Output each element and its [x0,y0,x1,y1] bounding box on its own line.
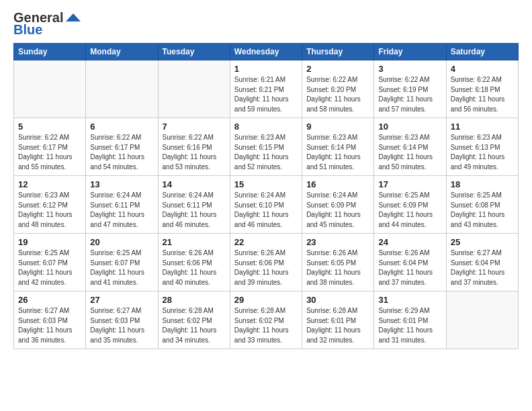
day-info: Sunrise: 6:23 AMSunset: 6:13 PMDaylight:… [451,133,514,172]
day-number: 7 [163,122,226,132]
logo: General Blue [13,11,81,36]
day-number: 13 [90,179,153,189]
calendar-header-monday: Monday [86,44,158,60]
day-info: Sunrise: 6:22 AMSunset: 6:20 PMDaylight:… [306,75,369,114]
day-number: 26 [18,295,81,305]
calendar-day-29: 29Sunrise: 6:28 AMSunset: 6:02 PMDayligh… [230,291,302,349]
day-info: Sunrise: 6:27 AMSunset: 6:03 PMDaylight:… [18,306,81,345]
day-info: Sunrise: 6:25 AMSunset: 6:08 PMDaylight:… [451,191,514,230]
logo-icon [66,12,81,23]
day-info: Sunrise: 6:24 AMSunset: 6:11 PMDaylight:… [90,191,153,230]
calendar-week-row: 1Sunrise: 6:21 AMSunset: 6:21 PMDaylight… [14,60,519,118]
calendar-header-thursday: Thursday [302,44,374,60]
calendar-header-saturday: Saturday [446,44,518,60]
day-info: Sunrise: 6:28 AMSunset: 6:02 PMDaylight:… [163,306,226,345]
calendar-day-25: 25Sunrise: 6:27 AMSunset: 6:04 PMDayligh… [446,234,518,291]
day-number: 23 [306,237,369,247]
calendar-header-wednesday: Wednesday [230,44,302,60]
calendar-day-3: 3Sunrise: 6:22 AMSunset: 6:19 PMDaylight… [374,60,446,118]
day-number: 29 [234,295,298,305]
day-info: Sunrise: 6:26 AMSunset: 6:06 PMDaylight:… [163,248,226,287]
day-info: Sunrise: 6:24 AMSunset: 6:11 PMDaylight:… [163,191,226,230]
day-number: 19 [18,237,81,247]
calendar-week-row: 26Sunrise: 6:27 AMSunset: 6:03 PMDayligh… [14,291,519,349]
day-number: 25 [451,237,514,247]
calendar-day-16: 16Sunrise: 6:24 AMSunset: 6:09 PMDayligh… [302,176,374,234]
calendar-day-6: 6Sunrise: 6:22 AMSunset: 6:17 PMDaylight… [86,118,158,176]
day-info: Sunrise: 6:22 AMSunset: 6:16 PMDaylight:… [163,133,226,172]
calendar-day-11: 11Sunrise: 6:23 AMSunset: 6:13 PMDayligh… [446,118,518,176]
day-info: Sunrise: 6:25 AMSunset: 6:09 PMDaylight:… [378,191,441,230]
calendar-day-20: 20Sunrise: 6:25 AMSunset: 6:07 PMDayligh… [86,234,158,291]
page: General Blue SundayMondayTuesdayWednesda… [0,0,532,411]
day-number: 9 [306,122,369,132]
day-info: Sunrise: 6:28 AMSunset: 6:01 PMDaylight:… [306,306,369,345]
day-info: Sunrise: 6:27 AMSunset: 6:03 PMDaylight:… [90,306,153,345]
day-number: 14 [163,179,226,189]
day-number: 12 [18,179,81,189]
calendar-day-12: 12Sunrise: 6:23 AMSunset: 6:12 PMDayligh… [14,176,86,234]
calendar-day-empty [14,60,86,118]
day-info: Sunrise: 6:22 AMSunset: 6:17 PMDaylight:… [90,133,153,172]
calendar-day-22: 22Sunrise: 6:26 AMSunset: 6:06 PMDayligh… [230,234,302,291]
day-number: 24 [378,237,441,247]
day-info: Sunrise: 6:22 AMSunset: 6:19 PMDaylight:… [378,75,441,114]
calendar-day-27: 27Sunrise: 6:27 AMSunset: 6:03 PMDayligh… [86,291,158,349]
calendar-day-1: 1Sunrise: 6:21 AMSunset: 6:21 PMDaylight… [230,60,302,118]
day-info: Sunrise: 6:26 AMSunset: 6:06 PMDaylight:… [234,248,298,287]
day-number: 1 [234,64,298,74]
day-number: 2 [306,64,369,74]
day-number: 5 [18,122,81,132]
day-number: 22 [234,237,298,247]
logo-blue: Blue [13,23,42,36]
day-info: Sunrise: 6:24 AMSunset: 6:10 PMDaylight:… [234,191,298,230]
calendar-header-tuesday: Tuesday [158,44,230,60]
calendar-day-26: 26Sunrise: 6:27 AMSunset: 6:03 PMDayligh… [14,291,86,349]
day-info: Sunrise: 6:22 AMSunset: 6:17 PMDaylight:… [18,133,81,172]
calendar-day-9: 9Sunrise: 6:23 AMSunset: 6:14 PMDaylight… [302,118,374,176]
day-number: 28 [163,295,226,305]
day-number: 18 [451,179,514,189]
day-number: 8 [234,122,298,132]
header: General Blue [13,11,519,36]
day-info: Sunrise: 6:26 AMSunset: 6:04 PMDaylight:… [378,248,441,287]
calendar-table: SundayMondayTuesdayWednesdayThursdayFrid… [13,43,519,349]
day-info: Sunrise: 6:25 AMSunset: 6:07 PMDaylight:… [90,248,153,287]
day-info: Sunrise: 6:26 AMSunset: 6:05 PMDaylight:… [306,248,369,287]
calendar-day-7: 7Sunrise: 6:22 AMSunset: 6:16 PMDaylight… [158,118,230,176]
calendar-day-14: 14Sunrise: 6:24 AMSunset: 6:11 PMDayligh… [158,176,230,234]
calendar-day-31: 31Sunrise: 6:29 AMSunset: 6:01 PMDayligh… [374,291,446,349]
calendar-day-8: 8Sunrise: 6:23 AMSunset: 6:15 PMDaylight… [230,118,302,176]
calendar-header-sunday: Sunday [14,44,86,60]
calendar-day-empty [446,291,518,349]
day-number: 31 [378,295,441,305]
calendar-day-18: 18Sunrise: 6:25 AMSunset: 6:08 PMDayligh… [446,176,518,234]
calendar-header-friday: Friday [374,44,446,60]
calendar-day-2: 2Sunrise: 6:22 AMSunset: 6:20 PMDaylight… [302,60,374,118]
day-info: Sunrise: 6:29 AMSunset: 6:01 PMDaylight:… [378,306,441,345]
day-number: 17 [378,179,441,189]
calendar-header-row: SundayMondayTuesdayWednesdayThursdayFrid… [14,44,519,60]
day-number: 30 [306,295,369,305]
calendar-day-28: 28Sunrise: 6:28 AMSunset: 6:02 PMDayligh… [158,291,230,349]
calendar-week-row: 19Sunrise: 6:25 AMSunset: 6:07 PMDayligh… [14,234,519,291]
calendar-week-row: 12Sunrise: 6:23 AMSunset: 6:12 PMDayligh… [14,176,519,234]
day-info: Sunrise: 6:22 AMSunset: 6:18 PMDaylight:… [451,75,514,114]
day-info: Sunrise: 6:28 AMSunset: 6:02 PMDaylight:… [234,306,298,345]
day-number: 6 [90,122,153,132]
calendar-day-4: 4Sunrise: 6:22 AMSunset: 6:18 PMDaylight… [446,60,518,118]
day-info: Sunrise: 6:21 AMSunset: 6:21 PMDaylight:… [234,75,298,114]
calendar-day-30: 30Sunrise: 6:28 AMSunset: 6:01 PMDayligh… [302,291,374,349]
day-info: Sunrise: 6:23 AMSunset: 6:14 PMDaylight:… [378,133,441,172]
day-info: Sunrise: 6:24 AMSunset: 6:09 PMDaylight:… [306,191,369,230]
day-number: 15 [234,179,298,189]
day-info: Sunrise: 6:25 AMSunset: 6:07 PMDaylight:… [18,248,81,287]
day-number: 27 [90,295,153,305]
calendar-day-21: 21Sunrise: 6:26 AMSunset: 6:06 PMDayligh… [158,234,230,291]
calendar-week-row: 5Sunrise: 6:22 AMSunset: 6:17 PMDaylight… [14,118,519,176]
day-number: 11 [451,122,514,132]
day-info: Sunrise: 6:23 AMSunset: 6:15 PMDaylight:… [234,133,298,172]
calendar-day-24: 24Sunrise: 6:26 AMSunset: 6:04 PMDayligh… [374,234,446,291]
calendar-day-19: 19Sunrise: 6:25 AMSunset: 6:07 PMDayligh… [14,234,86,291]
calendar-day-15: 15Sunrise: 6:24 AMSunset: 6:10 PMDayligh… [230,176,302,234]
